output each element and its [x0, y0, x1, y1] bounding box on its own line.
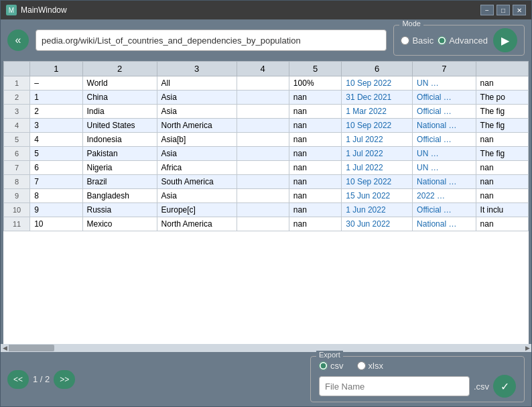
table-cell: 100%	[289, 76, 341, 91]
col-header-4: 4	[237, 62, 289, 76]
table-container: 1 2 3 4 5 6 7 1–WorldAll100%10 Sep 2022U…	[3, 61, 529, 344]
table-cell: The fig	[476, 119, 528, 133]
table-cell: The fig	[476, 105, 528, 119]
close-button[interactable]: ✕	[513, 5, 526, 15]
table-cell: UN …	[413, 147, 476, 161]
table-cell	[237, 217, 289, 231]
xlsx-radio[interactable]	[357, 361, 366, 370]
table-cell	[237, 91, 289, 105]
table-cell: Indonesia	[82, 133, 157, 147]
col-header-row	[4, 62, 30, 76]
table-cell	[237, 76, 289, 91]
table-cell: Pakistan	[82, 147, 157, 161]
table-cell: Official …	[413, 91, 476, 105]
minimize-button[interactable]: −	[480, 5, 494, 15]
scroll-right-arrow[interactable]: ▶	[523, 344, 531, 352]
table-cell: 2	[30, 105, 82, 119]
url-input[interactable]	[36, 30, 387, 51]
title-bar: M MainWindow − □ ✕	[1, 1, 531, 19]
table-cell: Official …	[413, 105, 476, 119]
table-cell	[237, 147, 289, 161]
row-number: 1	[4, 76, 30, 91]
table-scroll[interactable]: 1 2 3 4 5 6 7 1–WorldAll100%10 Sep 2022U…	[3, 61, 529, 344]
csv-radio-item: csv	[319, 361, 344, 371]
table-cell: 30 Jun 2022	[342, 217, 413, 231]
go-button[interactable]: ▶	[493, 28, 517, 52]
advanced-radio-item: Advanced	[438, 36, 488, 46]
row-number: 4	[4, 119, 30, 133]
table-cell: UN …	[413, 76, 476, 91]
export-format-radios: csv xlsx	[319, 361, 516, 371]
table-header: 1 2 3 4 5 6 7	[4, 62, 529, 76]
table-cell: North America	[157, 217, 237, 231]
table-cell: Bangladesh	[82, 189, 157, 203]
table-cell: All	[157, 76, 237, 91]
scroll-left-arrow[interactable]: ◀	[1, 344, 9, 352]
table-cell: Nigeria	[82, 161, 157, 175]
table-cell: UN …	[413, 161, 476, 175]
table-cell	[237, 161, 289, 175]
table-cell: –	[30, 76, 82, 91]
col-header-2: 2	[82, 62, 157, 76]
back-button[interactable]: «	[7, 30, 29, 51]
table-row: 21ChinaAsianan31 Dec 2021Official …The p…	[4, 91, 529, 105]
row-number: 6	[4, 147, 30, 161]
export-confirm-button[interactable]: ✓	[493, 375, 516, 398]
table-cell	[237, 189, 289, 203]
table-cell: 3	[30, 119, 82, 133]
row-number: 7	[4, 161, 30, 175]
table-cell: National …	[413, 119, 476, 133]
xlsx-radio-item: xlsx	[357, 361, 383, 371]
data-table: 1 2 3 4 5 6 7 1–WorldAll100%10 Sep 2022U…	[3, 61, 529, 231]
pagination: << 1 / 2 >>	[7, 370, 75, 389]
table-cell: nan	[476, 175, 528, 189]
table-cell: 1 Jul 2022	[342, 161, 413, 175]
table-row: 109RussiaEurope[c]nan1 Jun 2022Official …	[4, 203, 529, 217]
export-box: Export csv xlsx .csv ✓	[310, 356, 525, 402]
csv-radio[interactable]	[319, 361, 328, 370]
table-cell: 6	[30, 161, 82, 175]
row-number: 3	[4, 105, 30, 119]
table-cell: 15 Jun 2022	[342, 189, 413, 203]
table-cell: North America	[157, 119, 237, 133]
row-number: 2	[4, 91, 30, 105]
table-cell: Official …	[413, 133, 476, 147]
table-cell: Asia	[157, 105, 237, 119]
table-cell: nan	[289, 189, 341, 203]
table-cell: Russia	[82, 203, 157, 217]
table-body: 1–WorldAll100%10 Sep 2022UN …nan21ChinaA…	[4, 76, 529, 231]
table-cell: 1 Jul 2022	[342, 133, 413, 147]
table-cell: nan	[289, 91, 341, 105]
mode-label: Mode	[399, 19, 423, 27]
table-cell: nan	[289, 119, 341, 133]
table-cell: nan	[289, 217, 341, 231]
horizontal-scrollbar[interactable]: ▶ ◀	[1, 344, 531, 352]
col-header-7: 7	[413, 62, 476, 76]
basic-radio[interactable]	[401, 36, 409, 45]
row-number: 5	[4, 133, 30, 147]
table-cell: 10 Sep 2022	[342, 119, 413, 133]
mode-box: Mode Basic Advanced ▶	[393, 25, 525, 56]
filename-input[interactable]	[319, 376, 470, 396]
advanced-radio[interactable]	[438, 36, 446, 45]
next-page-button[interactable]: >>	[54, 370, 75, 389]
table-cell: Brazil	[82, 175, 157, 189]
prev-page-button[interactable]: <<	[7, 370, 29, 389]
table-cell: 1	[30, 91, 82, 105]
table-cell: 10 Sep 2022	[342, 175, 413, 189]
table-cell: World	[82, 76, 157, 91]
table-cell	[237, 119, 289, 133]
table-cell: Asia	[157, 147, 237, 161]
maximize-button[interactable]: □	[496, 5, 510, 15]
export-label: Export	[316, 351, 343, 359]
table-cell: It inclu	[476, 203, 528, 217]
table-cell: 8	[30, 189, 82, 203]
table-cell: nan	[476, 161, 528, 175]
table-cell: nan	[289, 133, 341, 147]
table-cell: National …	[413, 175, 476, 189]
main-window: M MainWindow − □ ✕ « Mode Basic Advanced	[0, 0, 532, 407]
table-row: 98BangladeshAsianan15 Jun 20222022 …nan	[4, 189, 529, 203]
page-info: 1 / 2	[33, 374, 50, 384]
extension-label: .csv	[474, 382, 489, 392]
table-cell: nan	[476, 133, 528, 147]
